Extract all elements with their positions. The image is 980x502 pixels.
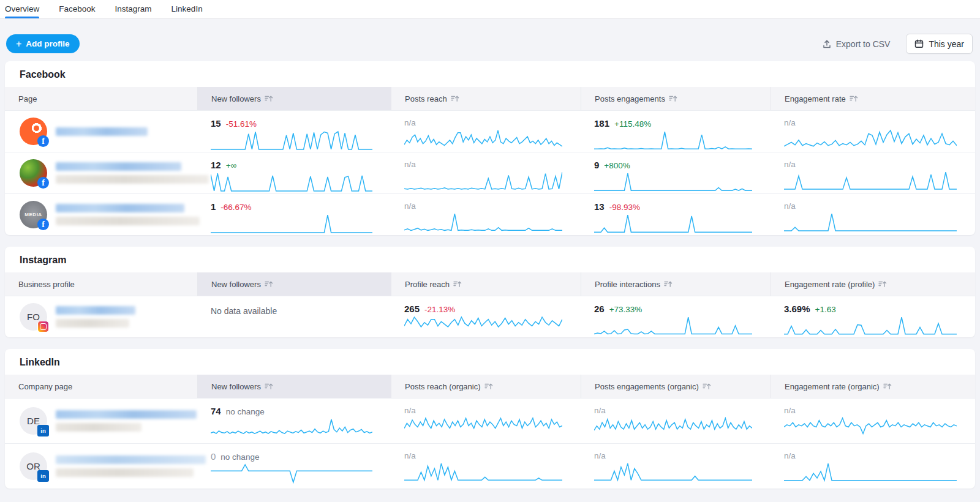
column-header-profile-reach[interactable]: Profile reach <box>391 272 581 296</box>
metric-delta: -98.93% <box>609 203 640 212</box>
add-profile-label: Add profile <box>26 39 69 48</box>
column-header-profile-interactions[interactable]: Profile interactions <box>581 272 771 296</box>
metric-delta: +73.33% <box>609 305 643 315</box>
linkedin-badge-icon: in <box>37 470 49 482</box>
tab-instagram[interactable]: Instagram <box>115 1 152 18</box>
export-csv-button[interactable]: Export to CSV <box>822 39 891 49</box>
sparkline-chart <box>404 212 562 233</box>
metric-na-label: n/a <box>404 119 416 128</box>
metric-cell: n/a <box>771 444 975 489</box>
redacted-text-line <box>56 217 200 225</box>
metric-cell: No data available <box>197 296 391 337</box>
sparkline-chart <box>211 214 372 234</box>
table-row: ORin0no changen/an/an/a <box>5 443 975 489</box>
metric-cell: 26+73.33% <box>581 296 771 337</box>
linkedin-badge-icon: in <box>37 425 49 436</box>
metric-cell: n/a <box>581 444 771 489</box>
metric-value: 181 <box>594 119 609 129</box>
column-header-new-followers[interactable]: New followers <box>197 375 391 398</box>
metric-cell: 3.69%+1.63 <box>771 296 975 337</box>
table-row: MEDIAf1-66.67%n/a13-98.93%n/a <box>5 193 975 235</box>
column-header-posts-reach-organic-[interactable]: Posts reach (organic) <box>391 375 581 398</box>
metric-value-line: n/a <box>784 160 957 170</box>
metric-cell: 265-21.13% <box>391 296 581 337</box>
section-title: Facebook <box>5 61 975 87</box>
column-header-label: Posts reach <box>405 94 447 103</box>
metric-value-line: 3.69%+1.63 <box>784 304 957 315</box>
metric-value-line: n/a <box>784 119 957 128</box>
column-header-engagement-rate-profile-[interactable]: Engagement rate (profile) <box>771 272 975 296</box>
tab-overview[interactable]: Overview <box>5 1 39 18</box>
metric-cell: 13-98.93% <box>581 194 771 235</box>
metric-value-line: n/a <box>404 160 562 170</box>
profile-name-redacted <box>56 410 197 432</box>
metric-na-label: n/a <box>404 202 416 211</box>
sort-icon <box>669 95 677 102</box>
upload-icon <box>822 39 832 49</box>
sparkline-chart <box>404 417 562 437</box>
column-header-posts-reach[interactable]: Posts reach <box>391 87 581 110</box>
metric-value: 13 <box>594 202 605 212</box>
export-csv-label: Export to CSV <box>836 39 891 49</box>
metric-delta: +∞ <box>226 162 237 171</box>
metric-na-label: n/a <box>784 406 796 416</box>
metric-delta: -66.67% <box>221 203 251 212</box>
redacted-text-line <box>56 204 184 212</box>
metric-value-line: 1-66.67% <box>211 202 372 212</box>
column-header-label: Engagement rate (profile) <box>785 280 875 289</box>
sparkline-chart <box>594 462 752 482</box>
sparkline-chart <box>594 172 752 192</box>
table-body: f15-51.61%n/a181+115.48%n/af12+∞n/a9+800… <box>5 110 975 235</box>
sparkline-chart <box>594 214 752 234</box>
column-header-label: Business profile <box>18 280 75 289</box>
metric-delta: +1.63 <box>815 305 836 315</box>
column-header-posts-engagements-organic-[interactable]: Posts engagements (organic) <box>581 375 771 398</box>
sparkline-chart <box>594 130 752 151</box>
profile-cell[interactable]: FO <box>5 296 197 337</box>
table-header: PageNew followers Posts reach Posts enga… <box>5 87 975 110</box>
sparkline-chart <box>784 417 957 437</box>
redacted-text-line <box>56 175 209 184</box>
metric-delta: -51.61% <box>226 120 257 129</box>
profile-cell[interactable]: MEDIAf <box>5 194 197 235</box>
profile-cell[interactable]: f <box>5 152 197 193</box>
calendar-icon <box>914 39 924 48</box>
column-header-engagement-rate-organic-[interactable]: Engagement rate (organic) <box>771 375 975 398</box>
metric-value: 1 <box>211 202 216 212</box>
column-header-entity: Page <box>5 87 197 110</box>
tab-linkedin[interactable]: LinkedIn <box>172 1 203 18</box>
tab-facebook[interactable]: Facebook <box>59 1 95 18</box>
profile-cell[interactable]: ORin <box>5 444 197 489</box>
profile-cell[interactable]: DEin <box>5 399 197 443</box>
metric-cell: 74no change <box>197 399 391 443</box>
profile-cell[interactable]: f <box>5 111 197 152</box>
sort-icon <box>850 95 858 102</box>
column-header-new-followers[interactable]: New followers <box>197 272 391 296</box>
date-range-button[interactable]: This year <box>906 34 973 54</box>
metric-value-line: n/a <box>404 406 562 416</box>
plus-icon: + <box>16 39 21 49</box>
metric-value-line: 74no change <box>211 406 372 417</box>
column-header-new-followers[interactable]: New followers <box>197 87 391 110</box>
column-header-label: Engagement rate <box>785 94 846 103</box>
metric-value-line: n/a <box>404 202 562 211</box>
toolbar: + Add profile Export to CSV This year <box>6 34 973 54</box>
metric-delta: +115.48% <box>614 120 651 129</box>
profile-name-redacted <box>56 204 200 225</box>
metric-value-line: 181+115.48% <box>594 119 752 129</box>
avatar: f <box>20 118 47 145</box>
metric-delta: no change <box>221 453 259 462</box>
metric-delta: no change <box>226 408 265 417</box>
add-profile-button[interactable]: + Add profile <box>6 34 80 53</box>
column-header-label: Engagement rate (organic) <box>785 382 880 391</box>
table-row: f12+∞n/a9+800%n/a <box>5 152 975 193</box>
sparkline-chart <box>211 418 372 438</box>
sparkline-chart <box>784 462 957 482</box>
metric-cell: 181+115.48% <box>581 111 771 152</box>
metric-value: 12 <box>211 160 221 171</box>
column-header-label: Profile reach <box>405 280 450 289</box>
column-header-engagement-rate[interactable]: Engagement rate <box>771 87 975 110</box>
table-row: FONo data available265-21.13%26+73.33%3.… <box>5 296 975 337</box>
sparkline-chart <box>594 417 752 437</box>
column-header-posts-engagements[interactable]: Posts engagements <box>581 87 771 110</box>
